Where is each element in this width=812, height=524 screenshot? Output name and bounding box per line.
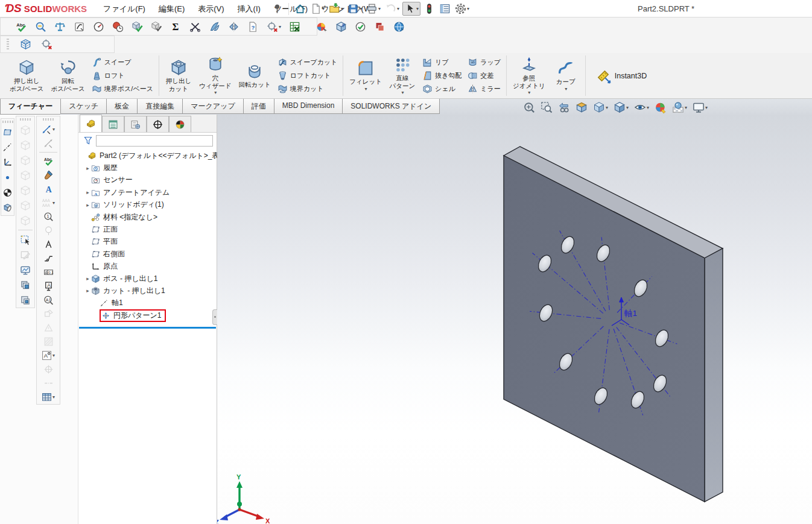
datum-target-button[interactable]: A1	[37, 293, 60, 307]
compare-results-icon-button[interactable]	[373, 21, 387, 33]
save-icon[interactable]	[347, 3, 359, 14]
mate-reference-icon[interactable]	[2, 203, 13, 213]
tree-item-11[interactable]: ▸ボス - 押し出し1	[78, 273, 217, 285]
datum-feature-button[interactable]: A	[37, 279, 60, 293]
orientation-view-1-button[interactable]	[16, 122, 34, 137]
spell-check-icon-button[interactable]: Abc	[14, 21, 28, 33]
toolbar-grip[interactable]	[2, 121, 13, 123]
edit-appearance-icon[interactable]	[655, 101, 667, 113]
deviation-analysis-icon-button[interactable]	[188, 21, 202, 33]
swept-cut-button[interactable]: スイープカット	[276, 57, 340, 68]
table-icon[interactable]	[42, 392, 52, 402]
expand-arrow-icon[interactable]: ▸	[84, 165, 91, 171]
mate-reference-button[interactable]	[1, 200, 14, 215]
undo-icon[interactable]	[385, 3, 396, 14]
orientation-view-4-icon[interactable]	[20, 170, 31, 181]
tree-item-1[interactable]: Part2 (デフォルト<<デフォルト>_表示状態 1>)	[78, 150, 217, 162]
extruded-boss-base-button[interactable]: 押し出し ボス/ベース	[7, 57, 46, 94]
boundary-cut-button[interactable]: 境界カット	[276, 83, 340, 95]
note-button[interactable]: A	[37, 182, 60, 196]
plate-side-face[interactable]	[705, 248, 723, 502]
note-icon[interactable]: A	[43, 184, 54, 194]
select-cursor-icon[interactable]	[404, 3, 416, 14]
mirror-button[interactable]: ミラー	[466, 83, 503, 95]
orientation-view-3-icon[interactable]	[20, 155, 31, 166]
tab-フィーチャー[interactable]: フィーチャー	[0, 99, 60, 115]
settings-gear-icon-button[interactable]: ▾	[454, 2, 471, 15]
dropdown-arrow-icon[interactable]: ▾	[626, 105, 629, 110]
tab-評価[interactable]: 評価	[243, 99, 274, 114]
panel-splitter-handle[interactable]	[212, 309, 217, 325]
smart-dimension-icon[interactable]	[42, 124, 52, 134]
table-button[interactable]: ▾	[37, 390, 60, 404]
center-of-mass-icon[interactable]	[2, 188, 13, 198]
extruded-cut-button[interactable]: 押し出し カット	[163, 57, 194, 94]
reference-geometry-button[interactable]: 参照 ジオメトリ▾	[510, 54, 548, 97]
orientation-view-5-button[interactable]	[16, 183, 34, 198]
tree-item-2[interactable]: ▸履歴	[78, 162, 217, 174]
edit-appearance-button[interactable]	[654, 101, 667, 113]
surface-finish-button[interactable]	[37, 238, 60, 251]
print-icon[interactable]	[366, 3, 378, 14]
dropdown-arrow-icon[interactable]: ▾	[685, 105, 687, 110]
orientation-view-6-button[interactable]	[16, 198, 34, 213]
defeature-icon[interactable]: #	[335, 21, 347, 33]
mass-properties-icon[interactable]	[54, 21, 66, 33]
revision-symbol-icon[interactable]: A	[42, 350, 52, 361]
coordinate-system-icon[interactable]	[2, 157, 13, 168]
toolbar-grip[interactable]	[20, 118, 31, 121]
area-hatch-button[interactable]	[37, 335, 60, 349]
configurationmanager-tab[interactable]	[124, 116, 147, 132]
equations-icon-button[interactable]: Σ	[169, 21, 183, 33]
reference-axis-button[interactable]	[1, 140, 14, 155]
reference-axis-icon[interactable]	[2, 142, 13, 153]
toolbar-grip[interactable]	[7, 39, 9, 51]
dimension-box-icon[interactable]: 0.1	[43, 267, 54, 277]
save-icon-button[interactable]: ▾	[346, 2, 363, 15]
dropdown-arrow-icon[interactable]: ▾	[52, 394, 55, 400]
dropdown-arrow-icon[interactable]: ▾	[52, 353, 55, 358]
wrap-button[interactable]: abラップ	[466, 57, 503, 68]
mass-properties-icon-button[interactable]	[53, 21, 67, 33]
feature-recognition-icon[interactable]	[20, 39, 31, 50]
view-orientation-button[interactable]: ▾	[592, 101, 609, 113]
displaymanager-tab[interactable]	[169, 116, 191, 132]
auto-dimension-icon[interactable]	[43, 138, 54, 148]
spell-checker-button[interactable]: Abc	[37, 154, 60, 168]
orientation-view-4-button[interactable]	[16, 168, 34, 183]
part-body[interactable]	[504, 147, 723, 502]
tab-マークアップ[interactable]: マークアップ	[182, 99, 243, 114]
tab-MBD Dimension[interactable]: MBD Dimension	[274, 99, 343, 114]
spell-checker-icon[interactable]: Abc	[43, 156, 54, 166]
section-properties-icon[interactable]	[74, 21, 85, 33]
loft-button[interactable]: ロフト	[90, 70, 155, 81]
compare-documents-icon[interactable]: ?	[247, 21, 259, 33]
compare-results-icon[interactable]	[374, 21, 385, 33]
display-state-1-icon[interactable]	[20, 280, 31, 291]
new-sketch-button[interactable]	[16, 232, 34, 247]
tree-item-6[interactable]: 材料 <指定なし>	[78, 211, 217, 223]
revision-cloud-icon[interactable]	[43, 323, 54, 333]
centerline-icon[interactable]	[43, 378, 54, 388]
orientation-view-7-button[interactable]	[16, 213, 34, 228]
display-style-icon[interactable]	[614, 101, 626, 113]
menu-1[interactable]: ファイル(F)	[97, 0, 152, 17]
weld-symbol-icon[interactable]	[43, 253, 54, 264]
pin-toolbar-icon-button[interactable]	[270, 2, 284, 15]
dropdown-arrow-icon[interactable]: ▾	[322, 6, 325, 11]
tab-板金[interactable]: 板金	[106, 99, 137, 114]
hole-wizard-button[interactable]: 穴 ウィザード▾	[197, 54, 233, 97]
linear-pattern-button[interactable]: 直線 パターン▾	[387, 54, 418, 97]
design-table-export-icon[interactable]	[289, 21, 300, 33]
dimxpertmanager-tab[interactable]	[147, 116, 169, 132]
sensor-alert-icon-button[interactable]: ▾	[265, 21, 282, 33]
sketch-picture-icon[interactable]	[20, 265, 31, 276]
apply-scene-button[interactable]: ▾	[671, 101, 688, 113]
edit-sketch-icon[interactable]	[20, 250, 31, 260]
tree-item-12[interactable]: ▸カット - 押し出し1	[78, 285, 217, 297]
rib-button[interactable]: リブ	[420, 57, 463, 68]
dropdown-arrow-icon[interactable]: ▾	[214, 90, 217, 95]
highlighted-tree-item-box[interactable]: 円形パターン1	[100, 309, 166, 322]
expand-arrow-icon[interactable]: ▸	[84, 189, 91, 195]
sensor-alert-icon[interactable]	[267, 21, 278, 33]
